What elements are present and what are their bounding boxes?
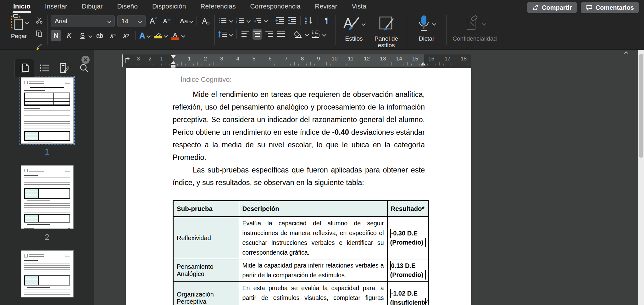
numbering-button[interactable]: 123 <box>235 15 245 26</box>
share-button[interactable]: Compartir <box>527 2 577 13</box>
scrollbar-thumb[interactable] <box>639 54 643 158</box>
show-marks-button[interactable]: ¶ <box>322 15 332 26</box>
ruler-number: 2 <box>204 56 207 62</box>
ruler-tick <box>209 64 210 65</box>
ruler-number: 3 <box>220 56 223 62</box>
multilevel-list-button[interactable]: 1ai <box>253 15 262 26</box>
page-number-1: 1 <box>45 147 49 157</box>
table-row: Organización Perceptiva En esta prueba s… <box>173 282 429 305</box>
decrease-indent-button[interactable] <box>275 15 285 26</box>
subtest-name: Organización Perceptiva <box>173 282 239 305</box>
thumbnail-content <box>24 81 70 85</box>
bold-button[interactable]: N <box>51 30 61 41</box>
sort-button[interactable]: AZ <box>304 15 314 26</box>
subscript-button[interactable]: x2 <box>108 30 118 41</box>
chevron-down-icon[interactable] <box>305 32 309 37</box>
paragraph-2: Las sub-pruebas específicas que fueron a… <box>173 164 425 189</box>
svg-text:Z: Z <box>305 21 307 24</box>
styles-button[interactable]: A Estilos <box>339 13 369 42</box>
ruler-tick <box>250 64 250 65</box>
styles-pane-button[interactable]: Panel de estilos <box>369 13 404 48</box>
chevron-down-icon[interactable] <box>229 19 233 23</box>
close-sidebar-button[interactable]: ✕ <box>81 56 90 64</box>
page-thumbnail-1[interactable] <box>21 77 74 144</box>
tab-outline[interactable] <box>34 59 54 77</box>
clear-formatting-button[interactable]: A◇ <box>201 16 211 26</box>
increase-indent-button[interactable] <box>287 15 297 26</box>
justify-button[interactable] <box>276 29 286 40</box>
ruler-tick <box>456 62 456 65</box>
superscript-button[interactable]: x2 <box>121 30 131 41</box>
bullets-button[interactable] <box>218 15 227 26</box>
subtest-result: -0.30 D.E(Promedio) <box>387 217 429 259</box>
ribbon-separator <box>214 15 215 45</box>
font-name-select[interactable]: Arial <box>51 15 115 27</box>
strikethrough-button[interactable]: ab <box>94 30 105 41</box>
font-size-select[interactable]: 14 <box>117 15 146 27</box>
ruler-tick <box>306 64 307 65</box>
chevron-down-icon[interactable] <box>322 32 326 37</box>
chevron-down-icon[interactable] <box>247 19 251 23</box>
comment-icon <box>586 4 593 11</box>
shrink-font-button[interactable]: A <box>161 16 172 26</box>
dictate-button[interactable]: Dictar <box>410 13 443 42</box>
cut-button[interactable] <box>35 15 44 26</box>
ribbon-separator <box>446 15 447 45</box>
vertical-scrollbar[interactable] <box>638 50 644 305</box>
align-center-button[interactable] <box>253 29 262 40</box>
ruler-tick <box>439 62 440 65</box>
copy-button[interactable] <box>35 28 44 39</box>
ruler-tick <box>379 64 379 65</box>
hanging-indent-marker[interactable] <box>171 61 176 64</box>
tab-insertar[interactable]: Insertar <box>45 3 67 10</box>
grow-font-button[interactable]: A^ <box>148 16 159 26</box>
highlight-button[interactable] <box>153 30 163 41</box>
text-effects-button[interactable]: A <box>139 30 150 41</box>
document-page[interactable]: Índice Cognitivo: Mide el rendimiento en… <box>126 68 471 305</box>
tab-revisions[interactable] <box>54 59 74 77</box>
tab-vista[interactable]: Vista <box>352 3 366 10</box>
tab-dibujar[interactable]: Dibujar <box>82 3 103 10</box>
italic-button[interactable]: K <box>64 30 75 41</box>
change-case-button[interactable]: Aa <box>180 16 193 26</box>
chevron-down-icon[interactable] <box>164 34 168 38</box>
underline-button[interactable]: S <box>77 30 88 41</box>
shading-button[interactable] <box>294 29 303 40</box>
chevron-down-icon <box>168 18 171 21</box>
column-header: Sub-prueba <box>173 201 239 217</box>
left-indent-marker[interactable] <box>171 65 175 68</box>
page-thumbnail-3[interactable] <box>21 250 74 297</box>
align-left-button[interactable] <box>241 29 250 40</box>
line-spacing-button[interactable] <box>218 29 227 40</box>
tab-referencias[interactable]: Referencias <box>200 3 236 10</box>
paste-button[interactable]: Pegar <box>4 13 34 39</box>
ruler-tick <box>427 64 428 65</box>
tab-diseno[interactable]: Diseño <box>117 3 138 10</box>
borders-button[interactable] <box>311 29 320 40</box>
tab-revisar[interactable]: Revisar <box>315 3 337 10</box>
chevron-down-icon[interactable] <box>229 32 233 37</box>
font-color-button[interactable]: A <box>170 30 180 41</box>
bold-value: -0.40 <box>332 128 349 136</box>
tab-correspondencia[interactable]: Correspondencia <box>250 3 300 10</box>
styles-icon: A <box>343 15 360 32</box>
tab-stop-selector[interactable] <box>124 56 131 65</box>
page-thumbnail-2[interactable] <box>21 165 74 229</box>
chevron-down-icon[interactable] <box>264 19 268 23</box>
ruler-number: 4 <box>236 56 239 62</box>
tab-inicio[interactable]: Inicio <box>13 3 31 10</box>
ruler-number: 10 <box>332 56 338 62</box>
align-right-button[interactable] <box>264 29 274 40</box>
ruler-tick <box>343 62 343 65</box>
chevron-down-icon[interactable] <box>88 34 92 38</box>
tab-thumbnails[interactable] <box>14 59 34 77</box>
first-line-indent-marker[interactable] <box>171 55 176 59</box>
collapse-ribbon-icon[interactable] <box>624 51 628 55</box>
ruler-tick <box>258 64 258 65</box>
ruler-tick <box>266 64 266 65</box>
ruler-bar[interactable]: 321123456789101112131415161718 <box>122 54 471 67</box>
tab-disposicion[interactable]: Disposición <box>152 3 186 10</box>
comments-button[interactable]: Comentarios <box>581 2 639 13</box>
ruler-tick <box>375 62 375 65</box>
chevron-down-icon[interactable] <box>181 34 185 38</box>
